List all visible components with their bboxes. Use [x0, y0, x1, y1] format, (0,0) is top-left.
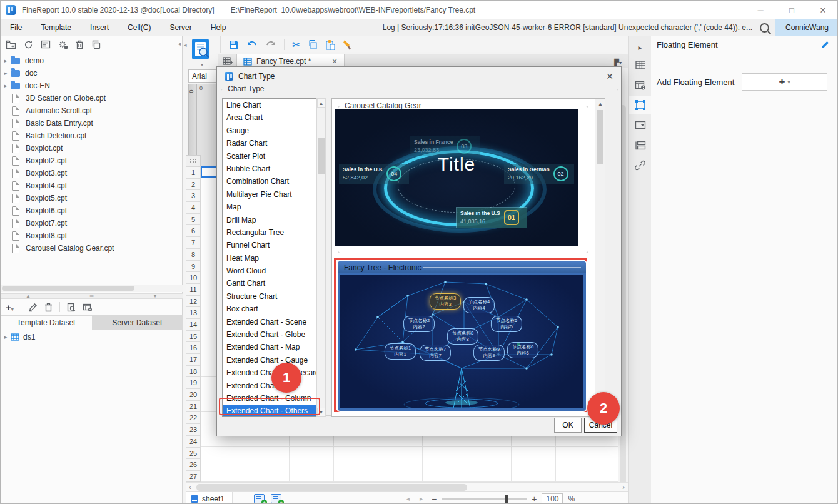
chart-type-option[interactable]: Extended Chart - Gauge: [223, 354, 316, 366]
sheet-tab[interactable]: sheet1: [186, 492, 233, 504]
chart-type-option[interactable]: Area Chart: [223, 111, 316, 124]
hyperlink-icon[interactable]: [628, 156, 652, 174]
row-header-cell[interactable]: 20: [186, 389, 200, 401]
collapse-panel-icon[interactable]: ◂: [178, 41, 181, 47]
chart-type-option[interactable]: Extended Chart - Globe: [223, 328, 316, 341]
cut-icon[interactable]: ✂: [292, 39, 300, 51]
redo-icon[interactable]: [265, 40, 276, 49]
chart-type-option[interactable]: Gantt Chart: [223, 277, 316, 290]
chart-type-option[interactable]: Extended Chart - Scorecard: [223, 366, 316, 379]
row-header-cell[interactable]: 19: [186, 377, 200, 389]
cell-element-icon[interactable]: [628, 76, 652, 94]
tree-item[interactable]: ▸ Boxplot6.cpt: [1, 204, 182, 217]
row-header-cell[interactable]: 8: [186, 249, 200, 261]
row-header-cell[interactable]: 1: [186, 167, 200, 179]
menu-item[interactable]: Insert: [81, 23, 118, 32]
chart-type-option[interactable]: Extended Chart - Scene: [223, 316, 316, 328]
row-header-cell[interactable]: 6: [186, 225, 200, 237]
row-header-cell[interactable]: 2: [186, 179, 200, 191]
tree-item[interactable]: ▸ doc-EN: [1, 79, 182, 92]
row-header-cell[interactable]: 17: [186, 354, 200, 366]
row-header-cell[interactable]: 12: [186, 296, 200, 308]
user-account-chip[interactable]: ConnieWang: [775, 19, 838, 36]
fancy-tree-preview-group[interactable]: Fancy Tree - Electronic: [336, 260, 587, 412]
chart-type-option[interactable]: Heat Map: [223, 252, 316, 265]
expander-icon[interactable]: ▸: [1, 83, 11, 89]
preview-button[interactable]: ▾: [191, 38, 213, 63]
fancy-tree-preview-image[interactable]: 节点名称1 内容1 节点名称2 内容2 节点名称3 内容3 节点名称4 内容4: [340, 275, 583, 408]
row-header-cell[interactable]: 4: [186, 202, 200, 214]
tab-list-icon[interactable]: ▛▾: [614, 59, 622, 66]
settings-icon[interactable]: [58, 40, 68, 49]
collapse-main-left-icon[interactable]: ◂: [184, 42, 187, 48]
preview-dropdown-icon[interactable]: ▾: [191, 62, 213, 68]
floating-element-icon[interactable]: [628, 96, 652, 114]
tree-horizontal-scrollbar[interactable]: [1, 285, 183, 292]
edit-panel-icon[interactable]: [820, 40, 830, 49]
tree-item[interactable]: ▸ Boxplot5.cpt: [1, 192, 182, 204]
chart-type-option[interactable]: Combination Chart: [223, 175, 316, 188]
next-sheet-icon[interactable]: ▸: [420, 495, 423, 502]
menu-item[interactable]: Template: [31, 23, 81, 32]
row-header-cell[interactable]: 16: [186, 342, 200, 354]
chart-type-option[interactable]: Multilayer Pie Chart: [223, 188, 316, 201]
scrollbar-thumb[interactable]: [597, 110, 603, 164]
scroll-right-icon[interactable]: ›: [619, 483, 628, 492]
row-header-cell[interactable]: 14: [186, 319, 200, 331]
splitter-down-icon[interactable]: ▼: [153, 293, 158, 299]
canvas-horizontal-scrollbar[interactable]: ‹ ›: [186, 482, 628, 492]
row-header-cell[interactable]: 23: [186, 424, 200, 436]
duplicate-icon[interactable]: [91, 40, 101, 49]
zoom-slider-handle[interactable]: [505, 495, 508, 503]
tree-item[interactable]: ▸ Carousel Catalog Gear.cpt: [1, 242, 182, 255]
dataset-config-icon[interactable]: [83, 303, 93, 312]
refresh-icon[interactable]: [24, 40, 33, 49]
search-icon[interactable]: [760, 23, 769, 33]
zoom-out-icon[interactable]: −: [432, 494, 437, 504]
new-folder-icon[interactable]: [6, 40, 16, 49]
dataset-item-ds1[interactable]: ▸ ds1: [1, 331, 183, 343]
copy-icon[interactable]: [308, 39, 318, 49]
row-header-cell[interactable]: 18: [186, 366, 200, 378]
save-icon[interactable]: [228, 39, 239, 50]
tree-item[interactable]: ▸ Boxplot8.cpt: [1, 229, 182, 242]
collapse-right-icon[interactable]: ▸: [628, 38, 652, 57]
zoom-slider[interactable]: [442, 498, 527, 500]
preview-scrollbar[interactable]: ▲ ▼: [595, 99, 605, 416]
scrollbar-thumb[interactable]: [2, 286, 134, 291]
row-header-cell[interactable]: 3: [186, 190, 200, 202]
chart-type-option[interactable]: Bubble Chart: [223, 163, 316, 175]
log-status-text[interactable]: Log | Seriously:17:16:36 initGeoJSON-45-…: [383, 23, 752, 32]
scroll-up-icon[interactable]: ▲: [595, 99, 605, 109]
chart-type-option[interactable]: Funnel Chart: [223, 239, 316, 251]
delete-dataset-icon[interactable]: [44, 303, 53, 312]
row-header-cell[interactable]: 10: [186, 272, 200, 284]
undo-icon[interactable]: [246, 40, 258, 49]
tree-item[interactable]: ▸ doc: [1, 67, 182, 79]
row-header-cell[interactable]: 15: [186, 331, 200, 343]
row-header-cell[interactable]: 21: [186, 401, 200, 413]
widget-settings-icon[interactable]: [628, 116, 652, 134]
close-button[interactable]: ✕: [807, 1, 838, 19]
chart-type-option[interactable]: Drill Map: [223, 214, 316, 226]
select-all-corner[interactable]: [186, 155, 201, 166]
menu-item[interactable]: Server: [160, 23, 201, 32]
expander-icon[interactable]: ▸: [1, 70, 11, 76]
prev-sheet-icon[interactable]: ◂: [406, 495, 410, 502]
ok-button[interactable]: OK: [554, 418, 582, 433]
add-dataset-icon[interactable]: +▾: [6, 302, 14, 313]
scrollbar-thumb[interactable]: [196, 484, 467, 491]
chart-type-option[interactable]: Rectangular Tree: [223, 226, 316, 239]
tree-item[interactable]: ▸ Basic Data Entry.cpt: [1, 117, 182, 129]
maximize-button[interactable]: □: [776, 1, 807, 19]
row-header-cell[interactable]: 27: [186, 471, 200, 483]
paste-icon[interactable]: [325, 39, 335, 50]
minimize-button[interactable]: ─: [745, 1, 776, 19]
edit-dataset-icon[interactable]: [28, 303, 38, 312]
tree-item[interactable]: ▸ Boxplot2.cpt: [1, 154, 182, 167]
scroll-up-icon[interactable]: ▲: [317, 99, 325, 108]
chart-type-option[interactable]: Gauge: [223, 124, 316, 137]
chart-type-option[interactable]: Line Chart: [223, 99, 316, 111]
chart-type-option[interactable]: Scatter Plot: [223, 150, 316, 163]
chart-type-option[interactable]: Extended Chart - Map: [223, 341, 316, 353]
